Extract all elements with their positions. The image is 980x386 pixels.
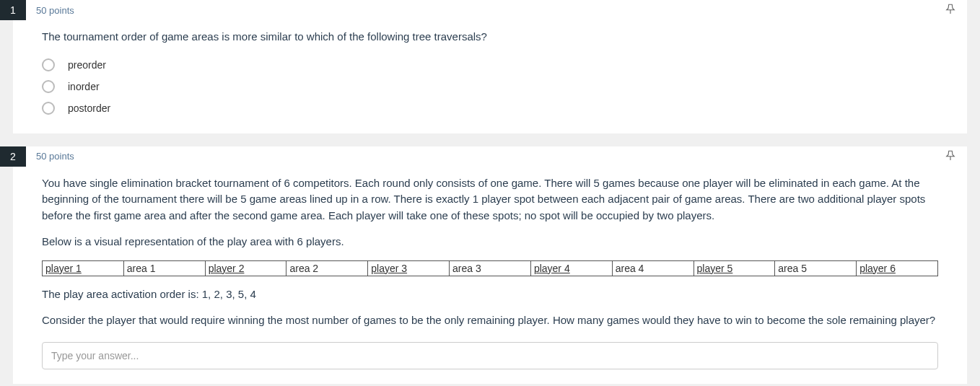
pin-icon[interactable] bbox=[944, 149, 957, 165]
area-cell: area 1 bbox=[123, 260, 205, 276]
option-row[interactable]: inorder bbox=[42, 76, 938, 97]
question-card-2: 2 50 points You have single elimination … bbox=[13, 146, 967, 384]
question-number: 1 bbox=[0, 0, 26, 20]
option-label: inorder bbox=[68, 81, 100, 92]
player-cell: player 6 bbox=[857, 260, 938, 276]
question-paragraph: Consider the player that would require w… bbox=[42, 312, 938, 329]
answer-input[interactable] bbox=[42, 342, 938, 369]
player-cell: player 5 bbox=[694, 260, 775, 276]
option-label: postorder bbox=[68, 102, 110, 114]
radio-button[interactable] bbox=[42, 102, 55, 115]
area-cell: area 5 bbox=[775, 260, 857, 276]
play-area-table: player 1 area 1 player 2 area 2 player 3… bbox=[42, 260, 938, 276]
options-group: preorder inorder postorder bbox=[42, 54, 938, 119]
player-cell: player 3 bbox=[368, 260, 450, 276]
pin-icon[interactable] bbox=[944, 3, 957, 18]
radio-button[interactable] bbox=[42, 80, 55, 93]
question-body: You have single elimination bracket tour… bbox=[13, 167, 967, 369]
player-cell: player 1 bbox=[43, 260, 124, 276]
table-row: player 1 area 1 player 2 area 2 player 3… bbox=[43, 260, 938, 276]
question-points: 50 points bbox=[36, 5, 74, 16]
question-header: 2 50 points bbox=[13, 146, 967, 167]
question-text: The tournament order of game areas is mo… bbox=[42, 29, 938, 45]
question-card-1: 1 50 points The tournament order of game… bbox=[13, 0, 967, 133]
question-paragraph: Below is a visual representation of the … bbox=[42, 234, 938, 250]
option-row[interactable]: preorder bbox=[42, 54, 938, 76]
option-label: preorder bbox=[68, 59, 106, 71]
area-cell: area 4 bbox=[612, 260, 694, 276]
player-cell: player 2 bbox=[205, 260, 286, 276]
question-header: 1 50 points bbox=[13, 0, 967, 20]
area-cell: area 3 bbox=[450, 260, 531, 276]
question-number: 2 bbox=[0, 146, 26, 167]
question-body: The tournament order of game areas is mo… bbox=[13, 20, 967, 119]
area-cell: area 2 bbox=[286, 260, 368, 276]
option-row[interactable]: postorder bbox=[42, 97, 938, 119]
question-points: 50 points bbox=[36, 151, 74, 162]
question-paragraph: You have single elimination bracket tour… bbox=[42, 175, 938, 224]
radio-button[interactable] bbox=[42, 58, 55, 71]
player-cell: player 4 bbox=[530, 260, 612, 276]
question-paragraph: The play area activation order is: 1, 2,… bbox=[42, 286, 938, 303]
